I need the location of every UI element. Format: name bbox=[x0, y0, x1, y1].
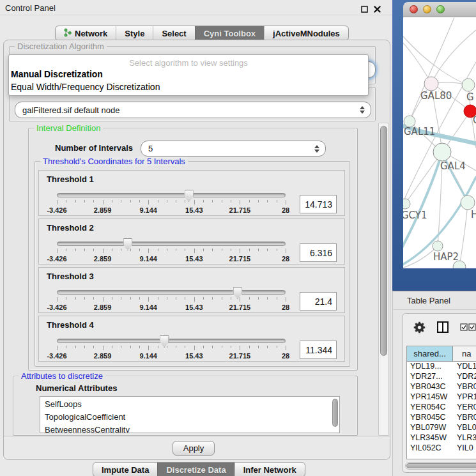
slider-track[interactable] bbox=[57, 242, 286, 246]
slider-tick bbox=[258, 249, 259, 251]
slider-tick bbox=[203, 200, 204, 203]
apply-button[interactable]: Apply bbox=[173, 441, 215, 456]
network-node-HAP2[interactable] bbox=[433, 241, 443, 251]
table-row[interactable]: YLR345WYLR3 bbox=[407, 433, 476, 443]
table-horizontal-scrollbar[interactable] bbox=[405, 462, 476, 470]
threshold-slider[interactable]: -3.4262.8599.14415.4321.71528 bbox=[57, 337, 286, 360]
threshold-label: Threshold 2 bbox=[47, 223, 94, 233]
slider-tick bbox=[194, 297, 195, 302]
slider-tick bbox=[185, 297, 185, 300]
cell-name: YER0 bbox=[453, 403, 476, 413]
network-node-G[interactable] bbox=[462, 79, 475, 91]
table-row[interactable]: YDL19...YDL1 bbox=[407, 362, 476, 372]
threshold-slider[interactable]: -3.4262.8599.14415.4321.71528 bbox=[57, 240, 286, 263]
network-node-H[interactable] bbox=[461, 196, 475, 210]
slider-track[interactable] bbox=[57, 290, 286, 295]
slider-track[interactable] bbox=[57, 339, 286, 343]
slider-tick bbox=[222, 200, 222, 203]
network-node-GCY1[interactable] bbox=[403, 199, 410, 209]
tab-select[interactable]: Select bbox=[153, 26, 194, 40]
dropdown-option-equal-width-frequency[interactable]: Equal Width/Frequency Discretization bbox=[11, 82, 160, 92]
cell-name: YLR3 bbox=[453, 433, 476, 443]
table-row[interactable]: YIL052CYIL0 bbox=[407, 443, 476, 454]
numerical-attributes-list[interactable]: SelfLoopsTopologicalCoefficientBetweenne… bbox=[40, 396, 340, 433]
dropdown-option-manual-discretization[interactable]: Manual Discretization bbox=[11, 69, 103, 79]
slider-tick-label: 28 bbox=[282, 255, 289, 263]
attribute-item[interactable]: SelfLoops bbox=[40, 398, 339, 411]
slider-tick bbox=[176, 200, 176, 203]
slider-tick bbox=[139, 249, 140, 251]
slider-tick bbox=[112, 346, 112, 348]
network-canvas[interactable]: GAL80GCGAL11GAL4GCY1HHAP2 bbox=[403, 17, 476, 268]
cell-name: YPR1 bbox=[453, 392, 476, 403]
node-label: GAL80 bbox=[420, 90, 452, 102]
dropdown-placeholder-option[interactable]: Select algorithm to view settings bbox=[9, 58, 368, 68]
gear-icon[interactable] bbox=[413, 321, 426, 336]
slider-tick bbox=[75, 346, 76, 348]
tab-network[interactable]: Network bbox=[56, 26, 116, 40]
threshold-value-input[interactable] bbox=[300, 292, 337, 311]
table-row[interactable]: YBL079WYBL0 bbox=[407, 423, 476, 433]
node-label: GAL4 bbox=[440, 160, 466, 172]
cell-name: YBR0 bbox=[453, 382, 476, 392]
close-icon[interactable] bbox=[374, 4, 381, 15]
cell-shared-name: YDL19... bbox=[407, 362, 453, 372]
network-window-titlebar[interactable] bbox=[403, 2, 476, 17]
close-traffic-light[interactable] bbox=[410, 5, 418, 13]
node-label: H bbox=[471, 209, 476, 220]
attribute-item[interactable]: TopologicalCoefficient bbox=[40, 411, 339, 424]
slider-tick bbox=[121, 346, 121, 348]
threshold-slider[interactable]: -3.4262.8599.14415.4321.71528 bbox=[57, 192, 286, 215]
column-header-shared-name[interactable]: shared... bbox=[407, 346, 453, 361]
network-node-GAL80[interactable] bbox=[424, 77, 438, 91]
slider-tick bbox=[93, 249, 94, 251]
minimize-traffic-light[interactable] bbox=[423, 5, 431, 13]
threshold-label: Threshold 1 bbox=[47, 174, 94, 184]
slider-tick bbox=[103, 346, 104, 350]
panel-scrollbar-thumb[interactable] bbox=[380, 126, 387, 356]
table-row[interactable]: YBR043CYBR0 bbox=[407, 382, 476, 392]
slider-tick bbox=[185, 249, 185, 251]
slider-tick bbox=[267, 346, 268, 348]
slider-tick-label: 21.715 bbox=[229, 255, 251, 263]
network-node-GAL4[interactable] bbox=[433, 143, 451, 161]
attributes-list-scrollbar[interactable] bbox=[332, 399, 338, 427]
tab-infer-network[interactable]: Infer Network bbox=[234, 463, 305, 476]
thresholds-group-title: Threshold's Coordinates for 5 Intervals bbox=[40, 157, 188, 166]
threshold-value-input[interactable] bbox=[300, 195, 337, 213]
table-row[interactable]: YBR045CYBR0 bbox=[407, 413, 476, 423]
control-panel-window: Control Panel bbox=[0, 0, 392, 476]
table-row[interactable]: YPR145WYPR1 bbox=[407, 392, 476, 403]
threshold-slider[interactable]: -3.4262.8599.14415.4321.71528 bbox=[57, 289, 286, 312]
table-panel-titlebar: Table Panel bbox=[393, 291, 476, 310]
threshold-label: Threshold 4 bbox=[47, 320, 94, 330]
table-row[interactable]: YDR27...YDR2 bbox=[407, 372, 476, 382]
threshold-value-input[interactable] bbox=[300, 243, 337, 262]
zoom-traffic-light[interactable] bbox=[436, 5, 445, 13]
number-of-intervals-combobox[interactable]: 5 bbox=[141, 141, 326, 157]
table-data-combobox[interactable]: galFiltered.sif default node bbox=[15, 102, 371, 118]
tab-style[interactable]: Style bbox=[116, 26, 153, 40]
table-row[interactable]: YER054CYER0 bbox=[407, 403, 476, 413]
slider-tick bbox=[84, 249, 85, 251]
column-header-name[interactable]: na bbox=[453, 346, 476, 361]
slider-tick bbox=[176, 249, 176, 251]
tab-jactivemnodules[interactable]: jActiveMNodules bbox=[264, 26, 348, 40]
columns-icon[interactable] bbox=[436, 321, 449, 336]
table-panel-title: Table Panel bbox=[407, 296, 450, 305]
slider-tick bbox=[203, 249, 204, 251]
apply-row: Apply bbox=[4, 436, 390, 459]
slider-track[interactable] bbox=[57, 193, 286, 197]
tab-cyni-toolbox[interactable]: Cyni Toolbox bbox=[195, 26, 264, 40]
panel-scrollbar[interactable] bbox=[378, 123, 389, 436]
table-horizontal-scrollbar-thumb[interactable] bbox=[406, 463, 476, 468]
slider-tick bbox=[93, 346, 94, 348]
select-columns-checkboxes-icon[interactable] bbox=[460, 323, 476, 334]
tab-discretize-data[interactable]: Discretize Data bbox=[157, 463, 234, 476]
float-window-icon[interactable] bbox=[361, 4, 368, 15]
attribute-item[interactable]: BetweennessCentrality bbox=[40, 424, 339, 433]
threshold-panel-3: Threshold 3 -3.4262.8599.14415.4321.7152… bbox=[38, 267, 345, 313]
slider-tick bbox=[148, 297, 149, 302]
tab-impute-data[interactable]: Impute Data bbox=[93, 463, 157, 476]
threshold-value-input[interactable] bbox=[300, 341, 337, 359]
